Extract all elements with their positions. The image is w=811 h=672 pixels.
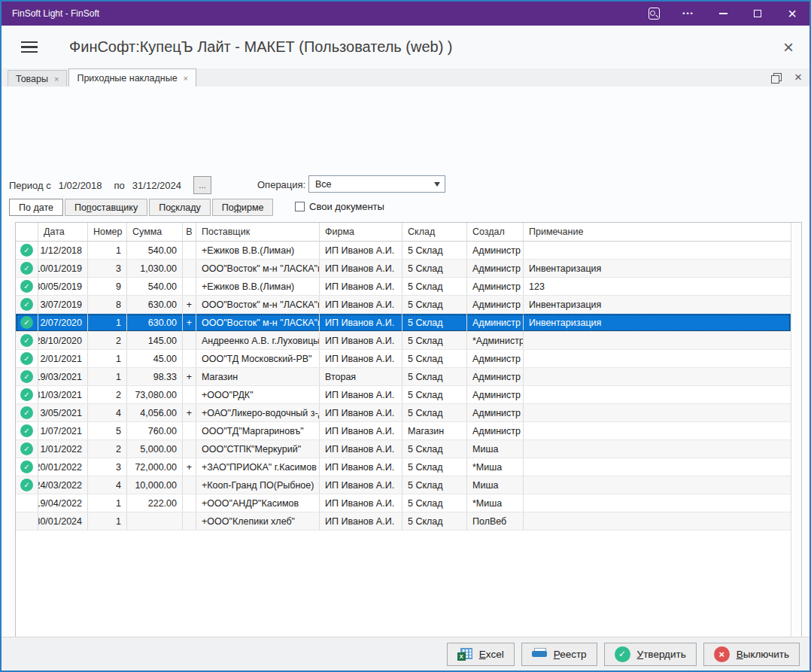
stock-cell: Магазин bbox=[402, 422, 467, 439]
table-row[interactable]: 10/01/201931,030.00ООО"Восток" м-н "ЛАСК… bbox=[16, 260, 791, 278]
supplier-cell: ООО"ТД Московский-РВ" bbox=[196, 350, 320, 367]
check-icon bbox=[20, 280, 33, 293]
close-icon[interactable] bbox=[773, 37, 803, 58]
table-row[interactable]: 1/01/202225,000.00ООО"СТПК"Меркурий"ИП И… bbox=[16, 440, 791, 458]
table-row[interactable]: 30/01/20241+ООО"Клепики хлеб"ИП Иванов А… bbox=[16, 512, 791, 531]
hamburger-menu-icon[interactable] bbox=[21, 41, 41, 53]
sort-tab-firm[interactable]: По фирме bbox=[212, 199, 274, 216]
sum-cell: 760.00 bbox=[127, 422, 183, 439]
stock-cell: 5 Склад bbox=[402, 404, 467, 421]
number-cell: 4 bbox=[88, 476, 127, 494]
v-cell bbox=[183, 512, 196, 530]
table-row[interactable]: 28/10/20202145.00Андреенко А.В. г.Лухови… bbox=[16, 332, 791, 350]
period-picker-button[interactable]: ... bbox=[193, 176, 211, 194]
table-row[interactable]: 20/01/2022372,000.00++ЗАО"ПРИОКА" г.Каси… bbox=[16, 458, 791, 476]
close-button[interactable] bbox=[775, 2, 809, 26]
printer-icon bbox=[532, 648, 547, 661]
note-cell bbox=[524, 476, 791, 494]
col-supplier[interactable]: Поставщик bbox=[196, 223, 320, 241]
table-row[interactable]: 24/03/2022410,000.00+Кооп-Гранд ПО(Рыбно… bbox=[16, 476, 791, 494]
number-cell: 5 bbox=[88, 422, 127, 439]
supplier-cell: +ООО"РДК" bbox=[196, 386, 320, 403]
v-cell: + bbox=[183, 296, 196, 313]
date-cell: 30/05/2019 bbox=[38, 278, 88, 295]
author-cell: Миша bbox=[467, 440, 524, 458]
sort-tab-supplier[interactable]: По поставщику bbox=[65, 199, 147, 216]
number-cell: 4 bbox=[88, 404, 127, 421]
note-cell bbox=[524, 332, 791, 349]
table-row[interactable]: 3/05/202144,056.00++ОАО"Ликеро-водочный … bbox=[16, 404, 791, 422]
table-row[interactable]: 19/03/2021198.33+МагазинВторая5 СкладАдм… bbox=[16, 368, 791, 386]
firm-cell: ИП Иванов А.И. bbox=[320, 512, 402, 530]
table-row[interactable]: 30/05/20199540.00+Ежиков В.В.(Лиман)ИП И… bbox=[16, 278, 791, 296]
supplier-cell: ООО"Восток" м-н "ЛАСКА"г.. bbox=[196, 260, 320, 277]
col-note[interactable]: Примечание bbox=[524, 223, 791, 241]
maximize-button[interactable] bbox=[740, 2, 775, 26]
table-row[interactable]: 2/01/2021145.00ООО"ТД Московский-РВ"ИП И… bbox=[16, 350, 791, 368]
restore-window-icon[interactable] bbox=[771, 73, 781, 83]
table-row[interactable]: 19/04/20221222.00+ООО"АНДР"КасимовИП Ива… bbox=[16, 494, 791, 512]
col-status[interactable] bbox=[16, 223, 38, 241]
tab-tovary[interactable]: Товары bbox=[8, 70, 67, 87]
table-row[interactable]: 1/12/20181540.00+Ежиков В.В.(Лиман)ИП Ив… bbox=[16, 242, 791, 260]
status-cell bbox=[16, 368, 38, 385]
operation-select[interactable]: Все bbox=[308, 175, 445, 193]
tab-prihodnye-nakladnye[interactable]: Приходные накладные bbox=[68, 68, 196, 87]
col-date[interactable]: Дата bbox=[38, 223, 88, 241]
table-row[interactable]: 1/07/20215760.00ООО"ТД"Маргариновъ"ИП Ив… bbox=[16, 422, 791, 440]
registry-button[interactable]: Реестр bbox=[521, 643, 597, 666]
sum-cell: 5,000.00 bbox=[127, 440, 183, 458]
stock-cell: 5 Склад bbox=[402, 368, 467, 385]
col-stock[interactable]: Склад bbox=[402, 223, 467, 241]
note-cell bbox=[524, 440, 791, 458]
col-firm[interactable]: Фирма bbox=[320, 223, 402, 241]
close-tabs-icon[interactable] bbox=[794, 70, 802, 85]
table-row[interactable]: 3/07/20198630.00+ООО"Восток" м-н "ЛАСКА"… bbox=[16, 296, 791, 314]
sort-tab-stock[interactable]: По складу bbox=[149, 199, 211, 216]
shutdown-button[interactable]: Выключить bbox=[703, 643, 800, 666]
titlebar: FinSoft Light - FinSoft bbox=[2, 2, 809, 26]
search-window-icon[interactable] bbox=[636, 2, 671, 26]
excel-button[interactable]: Excel bbox=[447, 643, 515, 666]
stock-cell: 5 Склад bbox=[402, 332, 467, 349]
author-cell: Администр bbox=[467, 368, 524, 385]
author-cell: Администр bbox=[467, 260, 524, 277]
table-row[interactable]: 31/03/2021273,080.00+ООО"РДК"ИП Иванов А… bbox=[16, 386, 791, 404]
table-row[interactable]: 2/07/20201630.00+ООО"Восток" м-н "ЛАСКА"… bbox=[16, 314, 791, 332]
col-v[interactable]: В bbox=[183, 223, 196, 241]
col-author[interactable]: Создал bbox=[467, 223, 524, 241]
col-sum[interactable]: Сумма bbox=[127, 223, 183, 241]
date-cell: 31/03/2021 bbox=[38, 386, 88, 403]
note-cell: Инвентаризация bbox=[524, 260, 791, 277]
firm-cell: Вторая bbox=[320, 368, 402, 385]
sum-cell: 145.00 bbox=[127, 332, 183, 349]
col-number[interactable]: Номер bbox=[88, 223, 127, 241]
tab-close-icon[interactable] bbox=[54, 74, 59, 84]
vertical-scrollbar[interactable] bbox=[791, 223, 801, 670]
v-cell bbox=[183, 476, 196, 494]
author-cell: ПолВеб bbox=[467, 512, 524, 530]
number-cell: 3 bbox=[88, 260, 127, 277]
period-label: Период с bbox=[9, 180, 51, 191]
supplier-cell: +ЗАО"ПРИОКА" г.Касимов bbox=[196, 458, 320, 476]
more-icon[interactable] bbox=[671, 2, 706, 26]
sort-tab-date[interactable]: По дате bbox=[9, 199, 63, 216]
tab-close-icon[interactable] bbox=[184, 74, 188, 83]
firm-cell: ИП Иванов А.И. bbox=[320, 422, 402, 439]
minimize-button[interactable] bbox=[706, 2, 740, 26]
firm-cell: ИП Иванов А.И. bbox=[320, 296, 402, 313]
period-to-value[interactable]: 31/12/2024 bbox=[132, 180, 181, 191]
check-icon bbox=[20, 424, 33, 437]
button-label: Excel bbox=[479, 649, 504, 660]
firm-cell: ИП Иванов А.И. bbox=[320, 350, 402, 367]
sum-cell: 540.00 bbox=[127, 278, 183, 295]
period-from-value[interactable]: 1/02/2018 bbox=[59, 180, 102, 191]
supplier-cell: +Ежиков В.В.(Лиман) bbox=[196, 278, 320, 295]
own-docs-checkbox[interactable]: Свои документы bbox=[295, 201, 384, 212]
status-cell bbox=[16, 422, 38, 439]
approve-button[interactable]: Утвердить bbox=[604, 643, 697, 666]
check-icon bbox=[20, 262, 33, 275]
stock-cell: 5 Склад bbox=[402, 260, 467, 277]
check-icon bbox=[20, 442, 33, 455]
date-cell: 1/07/2021 bbox=[38, 422, 88, 439]
